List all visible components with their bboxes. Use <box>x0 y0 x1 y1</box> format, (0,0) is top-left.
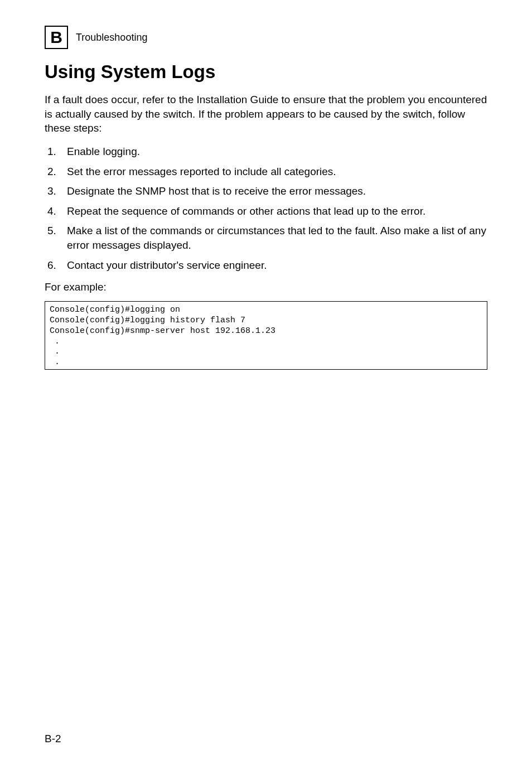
appendix-badge: B <box>45 26 68 49</box>
list-item: Enable logging. <box>59 144 487 159</box>
list-item: Make a list of the commands or circumsta… <box>59 224 487 252</box>
page-header: B Troubleshooting <box>45 26 487 49</box>
steps-list: Enable logging. Set the error messages r… <box>45 144 487 272</box>
list-item: Repeat the sequence of commands or other… <box>59 204 487 219</box>
intro-paragraph: If a fault does occur, refer to the Inst… <box>45 93 487 136</box>
page: B Troubleshooting Using System Logs If a… <box>0 0 532 774</box>
list-item: Set the error messages reported to inclu… <box>59 165 487 179</box>
header-section-label: Troubleshooting <box>76 32 147 43</box>
page-number: B-2 <box>45 733 61 745</box>
list-item: Contact your distributor's service engin… <box>59 258 487 273</box>
list-item: Designate the SNMP host that is to recei… <box>59 184 487 199</box>
for-example-label: For example: <box>45 281 487 293</box>
section-title: Using System Logs <box>45 61 487 83</box>
appendix-letter: B <box>50 29 62 46</box>
code-block: Console(config)#logging on Console(confi… <box>45 301 487 370</box>
